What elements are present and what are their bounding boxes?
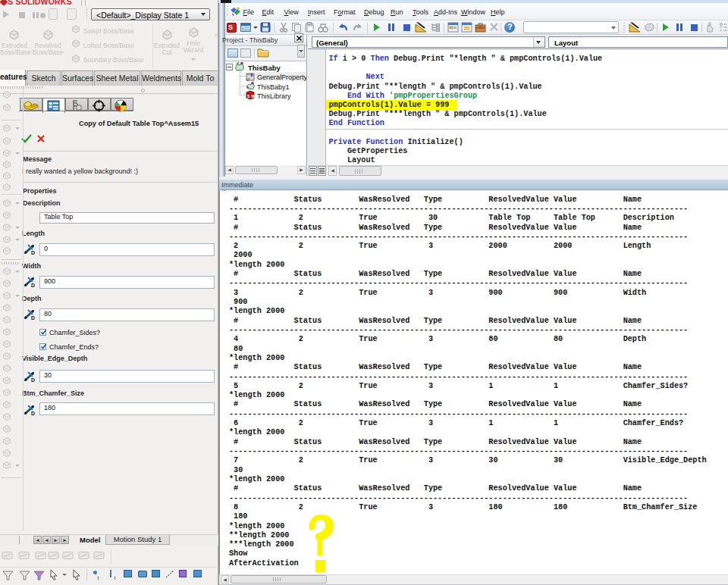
svg-text:D: D [31,315,35,321]
svg-text:D: D [31,411,35,416]
svg-text:W: W [252,94,256,99]
svg-text:D: D [31,250,35,255]
svg-text:D: D [31,377,35,383]
svg-text:D: D [31,283,35,288]
